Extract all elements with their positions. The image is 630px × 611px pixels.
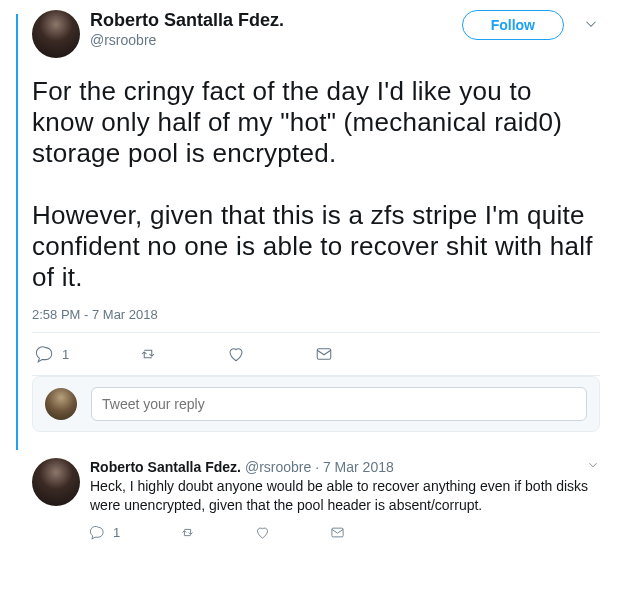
like-button[interactable] bbox=[227, 345, 245, 363]
main-tweet: Roberto Santalla Fdez. @rsroobre Follow … bbox=[10, 10, 620, 450]
tweet-actions: 1 bbox=[32, 333, 600, 375]
reply-author-name[interactable]: Roberto Santalla Fdez. bbox=[90, 459, 241, 475]
reply-icon bbox=[90, 525, 105, 540]
reply-like-button[interactable] bbox=[255, 525, 270, 540]
reply-reply-count: 1 bbox=[113, 525, 120, 540]
retweet-button[interactable] bbox=[139, 345, 157, 363]
self-avatar[interactable] bbox=[45, 388, 77, 420]
svg-rect-1 bbox=[332, 528, 343, 537]
reply-more-menu[interactable] bbox=[576, 458, 600, 475]
timestamp[interactable]: 2:58 PM - 7 Mar 2018 bbox=[32, 307, 600, 322]
reply-input[interactable] bbox=[91, 387, 587, 421]
follow-button[interactable]: Follow bbox=[462, 10, 564, 40]
chevron-down-icon bbox=[582, 15, 600, 33]
reply-avatar[interactable] bbox=[32, 458, 80, 506]
retweet-icon bbox=[180, 525, 195, 540]
avatar[interactable] bbox=[32, 10, 80, 58]
dm-button[interactable] bbox=[315, 345, 333, 363]
author-handle[interactable]: @rsroobre bbox=[90, 32, 462, 48]
retweet-icon bbox=[139, 345, 157, 363]
reply-button[interactable]: 1 bbox=[36, 345, 69, 363]
author-name[interactable]: Roberto Santalla Fdez. bbox=[90, 10, 462, 32]
reply-reply-button[interactable]: 1 bbox=[90, 525, 120, 540]
reply-actions: 1 bbox=[90, 521, 600, 544]
envelope-icon bbox=[330, 525, 345, 540]
more-menu-button[interactable] bbox=[582, 15, 600, 36]
reply-tweet[interactable]: Roberto Santalla Fdez. @rsroobre · 7 Mar… bbox=[10, 450, 620, 544]
reply-composer bbox=[32, 376, 600, 432]
reply-count: 1 bbox=[62, 347, 69, 362]
reply-text: Heck, I highly doubt anyone would be abl… bbox=[90, 477, 600, 515]
envelope-icon bbox=[315, 345, 333, 363]
reply-author-handle[interactable]: @rsroobre · 7 Mar 2018 bbox=[245, 459, 394, 475]
svg-rect-0 bbox=[317, 349, 331, 360]
reply-dm-button[interactable] bbox=[330, 525, 345, 540]
reply-retweet-button[interactable] bbox=[180, 525, 195, 540]
tweet-text: For the cringy fact of the day I'd like … bbox=[32, 76, 600, 293]
heart-icon bbox=[255, 525, 270, 540]
heart-icon bbox=[227, 345, 245, 363]
chevron-down-icon bbox=[586, 458, 600, 472]
reply-icon bbox=[36, 345, 54, 363]
